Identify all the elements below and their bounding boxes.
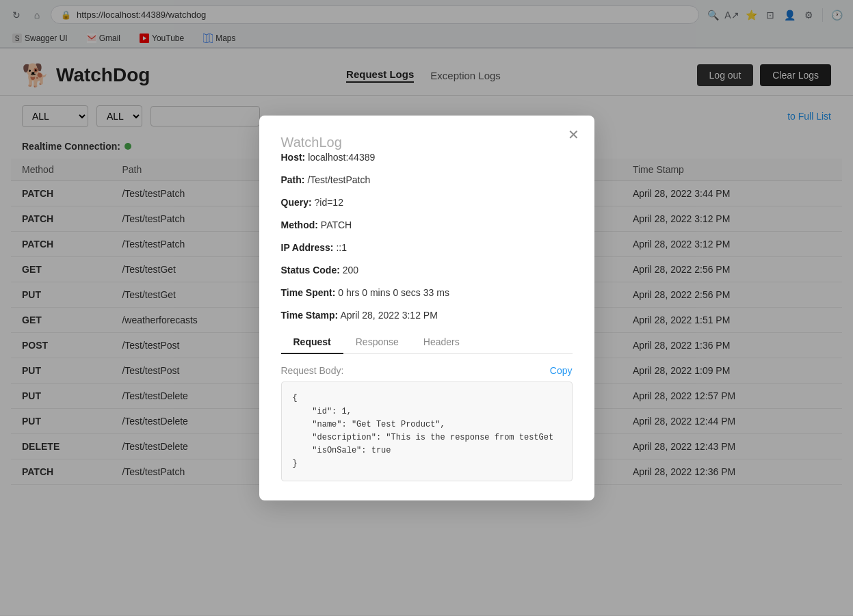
modal-status-value: 200: [343, 265, 358, 276]
modal-path-label: Path:: [281, 174, 305, 185]
tab-request[interactable]: Request: [281, 331, 343, 354]
modal-timestamp-label: Time Stamp:: [281, 310, 339, 321]
modal-body-label-row: Request Body: Copy: [281, 365, 573, 376]
modal-query-label: Query:: [281, 197, 312, 208]
modal-status-field: Status Code: 200: [281, 263, 573, 278]
modal-ip-value: ::1: [336, 242, 347, 253]
modal-timespent-field: Time Spent: 0 hrs 0 mins 0 secs 33 ms: [281, 286, 573, 300]
modal-path-field: Path: /Test/testPatch: [281, 173, 573, 187]
modal-status-label: Status Code:: [281, 265, 340, 276]
modal-host-value: localhost:44389: [308, 152, 375, 163]
tab-response[interactable]: Response: [343, 331, 411, 354]
code-block: { "id": 1, "name": "Get Test Product", "…: [281, 381, 573, 481]
modal-close-button[interactable]: ✕: [568, 128, 579, 142]
modal-ip-field: IP Address: ::1: [281, 241, 573, 255]
watchlog-modal: WatchLog ✕ Host: localhost:44389 Path: /…: [259, 116, 594, 500]
modal-query-value: ?id=12: [315, 197, 343, 208]
modal-query-field: Query: ?id=12: [281, 196, 573, 210]
modal-host-field: Host: localhost:44389: [281, 150, 573, 165]
copy-button[interactable]: Copy: [550, 365, 573, 376]
modal-timestamp-field: Time Stamp: April 28, 2022 3:12 PM: [281, 308, 573, 323]
modal-ip-label: IP Address:: [281, 242, 334, 253]
modal-method-value: PATCH: [321, 219, 352, 230]
modal-overlay[interactable]: WatchLog ✕ Host: localhost:44389 Path: /…: [0, 0, 853, 615]
tab-headers[interactable]: Headers: [411, 331, 472, 354]
modal-method-label: Method:: [281, 219, 318, 230]
modal-timespent-label: Time Spent:: [281, 287, 336, 298]
modal-tabs: Request Response Headers: [281, 331, 573, 354]
modal-title: WatchLog: [281, 135, 342, 150]
request-body-label: Request Body:: [281, 365, 344, 376]
modal-method-field: Method: PATCH: [281, 218, 573, 232]
modal-host-label: Host:: [281, 152, 306, 163]
modal-path-value: /Test/testPatch: [307, 174, 370, 185]
modal-timestamp-value: April 28, 2022 3:12 PM: [340, 310, 437, 321]
modal-timespent-value: 0 hrs 0 mins 0 secs 33 ms: [338, 287, 449, 298]
